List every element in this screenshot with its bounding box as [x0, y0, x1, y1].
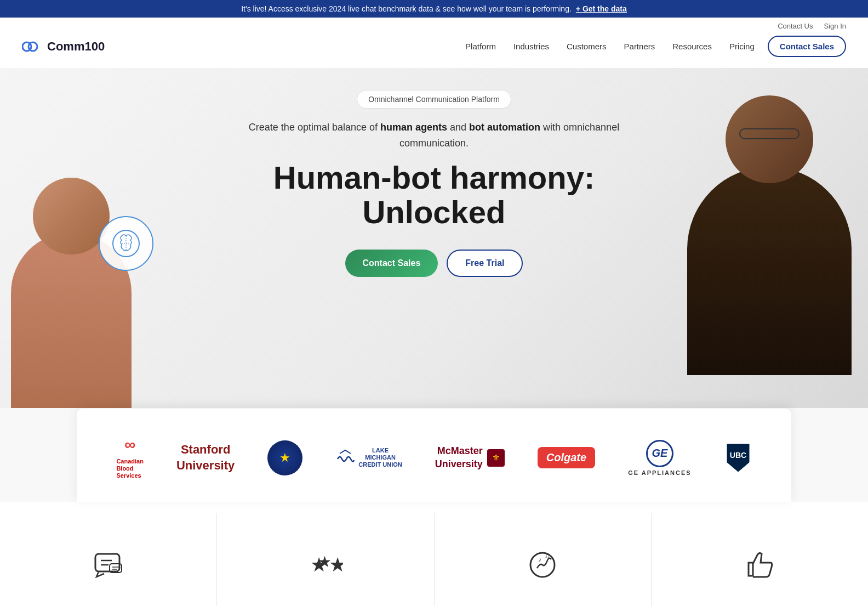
bottom-cards-section: ★ ★ ★ ♪ ♫ [0, 513, 868, 606]
svg-point-1 [28, 42, 37, 51]
nav-platform[interactable]: Platform [465, 42, 496, 51]
hero-contact-sales-button[interactable]: Contact Sales [345, 250, 438, 277]
svg-text:♫: ♫ [545, 552, 550, 560]
ge-circle-icon: GE [646, 440, 673, 467]
mcmaster-text: McMasterUniversity [435, 445, 483, 471]
hero-content: Omnichannel Communication Platform Creat… [242, 90, 626, 299]
hero-badge: Omnichannel Communication Platform [357, 90, 511, 109]
logo-cbs: ∞ CanadianBloodServices [116, 436, 144, 480]
nav-contact-sales-button[interactable]: Contact Sales [768, 36, 846, 57]
logo-lmcu: LAKEMICHIGANCREDIT UNION [335, 447, 402, 469]
seal-star-icon: ★ [279, 451, 290, 465]
nav-links: Platform Industries Customers Partners R… [465, 42, 755, 51]
logo-mcmaster: McMasterUniversity ⚜ [435, 445, 505, 471]
bottom-card-thumbsup [652, 513, 868, 606]
nav-pricing[interactable]: Pricing [729, 42, 755, 51]
top-banner: It's live! Access exclusive 2024 live ch… [0, 0, 868, 18]
hero-title: Human-bot harmony: Unlocked [242, 160, 626, 230]
svg-rect-6 [95, 554, 119, 571]
hero-ai-circle [99, 216, 153, 271]
logo-text: Comm100 [47, 39, 105, 54]
sign-in-link[interactable]: Sign In [824, 22, 846, 30]
svg-text:UBC: UBC [729, 451, 746, 460]
bottom-card-chat [0, 513, 217, 606]
thumbs-up-icon [742, 547, 777, 582]
chat-bubble-icon [91, 547, 126, 582]
hero-free-trial-button[interactable]: Free Trial [447, 250, 523, 277]
nav-partners[interactable]: Partners [624, 42, 655, 51]
logo-ubc: UBC [724, 441, 752, 474]
hero-person-left [0, 145, 142, 408]
hero-subtitle-bold1: human agents [380, 122, 447, 133]
logo-seal: ★ [267, 440, 302, 475]
bottom-card-rating: ★ ★ ★ [217, 513, 434, 606]
logo-svg-icon [22, 40, 43, 53]
cbs-text: CanadianBloodServices [116, 458, 144, 480]
hero-subtitle: Create the optimal balance of human agen… [242, 120, 626, 151]
navbar: Comm100 Platform Industries Customers Pa… [0, 30, 868, 68]
hero-subtitle-part2: and [447, 122, 469, 133]
nav-industries[interactable]: Industries [513, 42, 549, 51]
hero-subtitle-part1: Create the optimal balance of [249, 122, 380, 133]
hero-title-line1: Human-bot harmony: [273, 160, 595, 195]
nav-customers[interactable]: Customers [567, 42, 607, 51]
hero-section: Omnichannel Communication Platform Creat… [0, 68, 868, 408]
hero-subtitle-bold2: bot automation [469, 122, 540, 133]
logo[interactable]: Comm100 [22, 39, 105, 54]
banner-cta-label: Get the data [583, 4, 627, 13]
logos-section: ∞ CanadianBloodServices StanfordUniversi… [77, 408, 791, 502]
contact-us-link[interactable]: Contact Us [778, 22, 813, 30]
thumbsup-card-icon [740, 546, 779, 584]
lmcu-text: LAKEMICHIGANCREDIT UNION [358, 447, 402, 469]
ai-music-icon: ♪ ♫ [525, 547, 560, 582]
hero-title-line2: Unlocked [362, 194, 505, 230]
colgate-badge-text: Colgate [538, 447, 595, 468]
logo-stanford: StanfordUniversity [176, 442, 235, 473]
ge-text: GE APPLIANCES [628, 469, 691, 476]
bottom-card-ai: ♪ ♫ [435, 513, 652, 606]
logo-ge: GE GE APPLIANCES [628, 440, 691, 476]
logos-wrapper: ∞ CanadianBloodServices StanfordUniversi… [0, 408, 868, 502]
nav-resources[interactable]: Resources [672, 42, 712, 51]
ubc-shield-icon: UBC [724, 441, 752, 474]
banner-text: It's live! Access exclusive 2024 live ch… [241, 4, 572, 13]
chat-card-icon [89, 546, 128, 584]
rating-card-icon: ★ ★ ★ [306, 546, 345, 584]
seal-badge: ★ [267, 440, 302, 475]
banner-cta[interactable]: + Get the data [576, 4, 627, 13]
stanford-text: StanfordUniversity [176, 442, 235, 473]
ai-brain-icon [111, 228, 141, 259]
lmcu-wave-icon [335, 448, 355, 468]
ai-card-icon: ♪ ♫ [523, 546, 562, 584]
header: Contact Us Sign In Comm100 Platform Indu… [0, 18, 868, 68]
star-rating-icon: ★ ★ ★ [308, 547, 343, 582]
hero-buttons: Contact Sales Free Trial [242, 250, 626, 277]
svg-text:★: ★ [329, 553, 343, 576]
logo-colgate: Colgate [538, 447, 595, 468]
cbs-infinity-icon: ∞ [124, 436, 135, 454]
svg-text:♪: ♪ [538, 556, 541, 563]
header-top-links: Contact Us Sign In [0, 18, 868, 30]
banner-cta-prefix: + [576, 4, 583, 13]
mcmaster-crest-icon: ⚜ [492, 452, 500, 463]
hero-person-right [671, 79, 868, 408]
